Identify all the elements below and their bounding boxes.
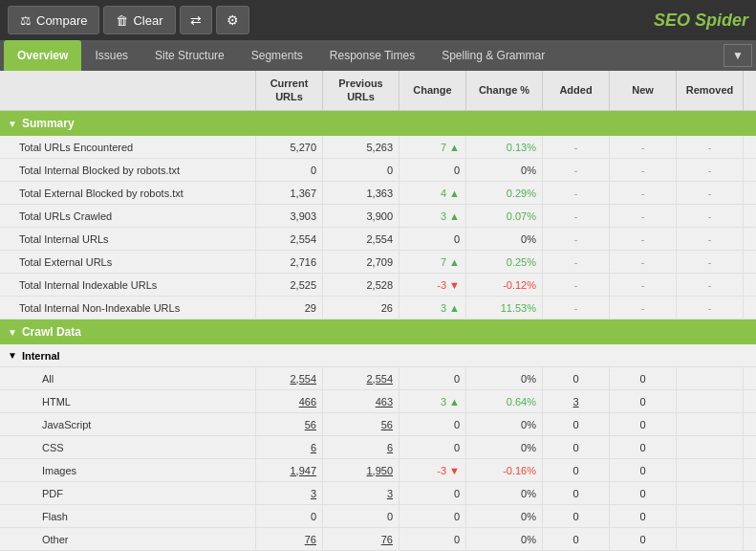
table-row: Flash 0 0 0 0% 0 0 bbox=[0, 505, 756, 528]
change-pct: 0% bbox=[466, 505, 543, 527]
tab-dropdown[interactable]: ▼ bbox=[724, 44, 752, 67]
seo-spider-logo: SEO Spider bbox=[654, 11, 748, 31]
col-header-new: New bbox=[610, 71, 677, 110]
change-val: 0 bbox=[400, 413, 466, 435]
summary-collapse-icon[interactable]: ▼ bbox=[8, 119, 17, 129]
added-val: 0 bbox=[543, 505, 610, 527]
tab-segments[interactable]: Segments bbox=[238, 40, 316, 71]
added-val: - bbox=[543, 274, 610, 296]
change-pct: 0% bbox=[466, 528, 543, 550]
summary-section-label: Summary bbox=[22, 117, 75, 130]
col-header-current: Current URLs bbox=[256, 71, 323, 110]
current-val[interactable]: 1,947 bbox=[256, 459, 323, 481]
previous-val[interactable]: 3 bbox=[323, 482, 400, 504]
removed-val: - bbox=[677, 159, 744, 181]
previous-val[interactable]: 2,554 bbox=[323, 367, 400, 389]
current-val[interactable]: 6 bbox=[256, 436, 323, 458]
previous-val: 3,900 bbox=[323, 205, 400, 227]
row-label: PDF bbox=[0, 482, 256, 504]
added-val: - bbox=[543, 159, 610, 181]
internal-collapse-icon[interactable]: ▼ bbox=[8, 350, 17, 361]
removed-val bbox=[677, 459, 744, 481]
added-val: - bbox=[543, 205, 610, 227]
removed-val: - bbox=[677, 205, 744, 227]
added-val[interactable]: 3 bbox=[543, 390, 610, 412]
new-val: 0 bbox=[610, 505, 677, 527]
added-val: - bbox=[543, 228, 610, 250]
tab-response-times[interactable]: Response Times bbox=[316, 40, 428, 71]
new-val: - bbox=[610, 251, 677, 273]
removed-val: - bbox=[677, 297, 744, 319]
new-val: 0 bbox=[610, 482, 677, 504]
transfer-icon: ⇄ bbox=[190, 12, 202, 28]
previous-val[interactable]: 56 bbox=[323, 413, 400, 435]
current-val[interactable]: 3 bbox=[256, 482, 323, 504]
new-val: - bbox=[610, 159, 677, 181]
row-label: Total URLs Encountered bbox=[0, 136, 256, 158]
crawl-data-collapse-icon[interactable]: ▼ bbox=[8, 327, 17, 338]
tab-bar: Overview Issues Site Structure Segments … bbox=[0, 40, 756, 71]
clear-button[interactable]: 🗑 Clear bbox=[103, 6, 175, 34]
new-val: 0 bbox=[610, 390, 677, 412]
compare-icon: ⚖ bbox=[20, 13, 32, 28]
change-val: 0 bbox=[400, 482, 466, 504]
previous-val: 1,363 bbox=[323, 182, 400, 204]
removed-val bbox=[677, 436, 744, 458]
current-val: 2,525 bbox=[256, 274, 323, 296]
transfer-button[interactable]: ⇄ bbox=[180, 6, 212, 34]
row-label: Total Internal Blocked by robots.txt bbox=[0, 159, 256, 181]
table-row: JavaScript 56 56 0 0% 0 0 bbox=[0, 413, 756, 436]
added-val: - bbox=[543, 297, 610, 319]
table-row: CSS 6 6 0 0% 0 0 bbox=[0, 436, 756, 459]
change-val: 0 bbox=[400, 528, 466, 550]
row-label: Total Internal Indexable URLs bbox=[0, 274, 256, 296]
removed-val bbox=[677, 528, 744, 550]
change-val: 7 ▲ bbox=[400, 136, 466, 158]
current-val: 2,554 bbox=[256, 228, 323, 250]
current-val[interactable]: 2,554 bbox=[256, 367, 323, 389]
change-pct: 0% bbox=[466, 367, 543, 389]
internal-subsection-header: ▼ Internal bbox=[0, 344, 756, 367]
change-val: 3 ▲ bbox=[400, 205, 466, 227]
tab-issues[interactable]: Issues bbox=[81, 40, 141, 71]
col-header-change-pct: Change % bbox=[466, 71, 543, 110]
table-row: Total Internal Blocked by robots.txt 0 0… bbox=[0, 159, 756, 182]
new-val: - bbox=[610, 136, 677, 158]
previous-val: 0 bbox=[323, 505, 400, 527]
added-val: 0 bbox=[543, 528, 610, 550]
removed-val bbox=[677, 413, 744, 435]
added-val: 0 bbox=[543, 436, 610, 458]
change-pct: 0% bbox=[466, 228, 543, 250]
row-label: Total External URLs bbox=[0, 251, 256, 273]
table-row: PDF 3 3 0 0% 0 0 bbox=[0, 482, 756, 505]
tab-spelling-grammar[interactable]: Spelling & Grammar bbox=[428, 40, 558, 71]
previous-val[interactable]: 1,950 bbox=[323, 459, 400, 481]
new-val: - bbox=[610, 228, 677, 250]
change-val: 4 ▲ bbox=[400, 182, 466, 204]
change-val: 0 bbox=[400, 505, 466, 527]
tab-site-structure[interactable]: Site Structure bbox=[141, 40, 238, 71]
settings-button[interactable]: ⚙ bbox=[216, 6, 249, 34]
added-val: 0 bbox=[543, 413, 610, 435]
current-val: 5,270 bbox=[256, 136, 323, 158]
previous-val[interactable]: 76 bbox=[323, 528, 400, 550]
current-val[interactable]: 76 bbox=[256, 528, 323, 550]
compare-button[interactable]: ⚖ Compare bbox=[8, 6, 99, 34]
table-row: Total Internal Non-Indexable URLs 29 26 … bbox=[0, 297, 756, 320]
current-val[interactable]: 466 bbox=[256, 390, 323, 412]
tab-overview[interactable]: Overview bbox=[4, 40, 81, 71]
row-label: Total Internal Non-Indexable URLs bbox=[0, 297, 256, 319]
current-val: 3,903 bbox=[256, 205, 323, 227]
added-val: - bbox=[543, 182, 610, 204]
previous-val[interactable]: 463 bbox=[323, 390, 400, 412]
removed-val bbox=[677, 482, 744, 504]
row-label: CSS bbox=[0, 436, 256, 458]
new-val: 0 bbox=[610, 528, 677, 550]
col-header-added: Added bbox=[543, 71, 610, 110]
change-pct: 0% bbox=[466, 413, 543, 435]
removed-val: - bbox=[677, 182, 744, 204]
previous-val: 2,528 bbox=[323, 274, 400, 296]
current-val[interactable]: 56 bbox=[256, 413, 323, 435]
previous-val[interactable]: 6 bbox=[323, 436, 400, 458]
new-val: 0 bbox=[610, 436, 677, 458]
